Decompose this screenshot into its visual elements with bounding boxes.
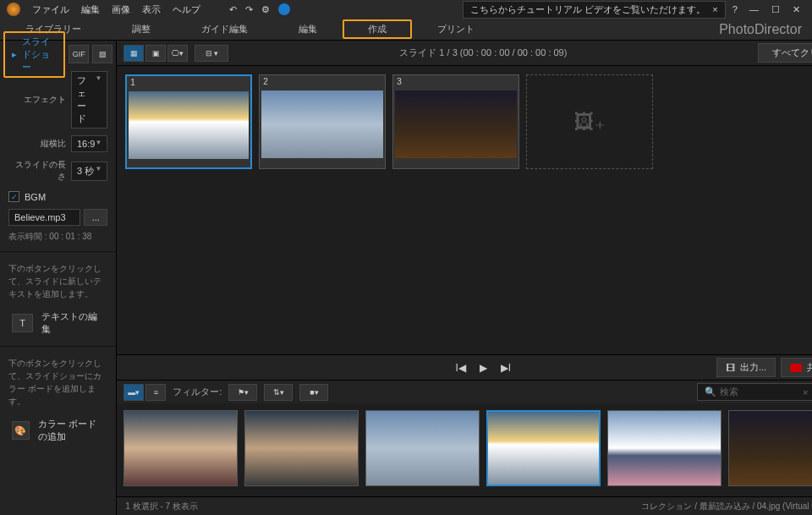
output-button[interactable]: 🎞 出力... — [716, 358, 776, 377]
color-help: 下のボタンをクリックして、スライドショーにカラー ボードを追加します。 — [0, 352, 116, 413]
label-filter-button[interactable]: ■▾ — [299, 384, 328, 401]
tab-edit[interactable]: 編集 — [273, 19, 343, 39]
view-grid-button[interactable]: ▦ — [123, 45, 144, 62]
tutorial-text: こちらからチュートリアル ビデオをご覧いただけます。 — [470, 3, 705, 16]
search-icon: 🔍 — [705, 386, 716, 397]
menu-file[interactable]: ファイル — [32, 3, 69, 16]
film-thumb[interactable] — [728, 410, 812, 486]
flag-filter-button[interactable]: ⚑▾ — [228, 384, 257, 401]
notification-icon[interactable] — [278, 3, 290, 15]
slide-number: 2 — [263, 77, 268, 86]
thumb-large-button[interactable]: ▬▾ — [123, 384, 144, 401]
share-button[interactable]: 共有... — [781, 358, 812, 377]
status-selection: 1 枚選択 - 7 枚表示 — [125, 501, 198, 512]
tab-guided[interactable]: ガイド編集 — [176, 19, 273, 39]
palette-icon: 🎨 — [12, 421, 30, 440]
prev-button[interactable]: I◀ — [456, 362, 466, 374]
redo-icon[interactable]: ↷ — [245, 4, 253, 15]
slide-thumb[interactable]: 1 — [125, 74, 252, 169]
play-button[interactable]: ▶ — [480, 362, 487, 374]
slide-number: 3 — [397, 77, 402, 86]
duration-label: 表示時間 : 00 : 01 : 38 — [0, 227, 116, 246]
maximize-icon[interactable]: ☐ — [766, 4, 785, 14]
effect-label: エフェクト — [8, 94, 66, 106]
undo-icon[interactable]: ↶ — [229, 4, 237, 15]
add-colorboard-button[interactable]: 🎨 カラー ボードの追加 — [0, 413, 116, 448]
bgm-checkbox[interactable]: ✓ — [8, 191, 19, 202]
slide-counter: スライド 1 / 3 (00 : 00 : 00 / 00 : 00 : 09) — [399, 47, 567, 59]
add-colorboard-label: カラー ボードの追加 — [38, 418, 105, 443]
zoom-button[interactable]: ⊟ ▾ — [195, 45, 228, 62]
slide-thumb[interactable]: 2 — [259, 74, 386, 169]
film-thumb[interactable] — [486, 410, 601, 486]
tutorial-close-icon[interactable]: × — [712, 4, 717, 14]
tab-adjust[interactable]: 調整 — [107, 19, 176, 39]
ratio-select[interactable]: 16:9 — [71, 135, 107, 152]
tab-create[interactable]: 作成 — [343, 19, 412, 39]
bgm-label: BGM — [25, 192, 46, 202]
motion-button[interactable]: ▧ — [92, 45, 112, 63]
add-slide-placeholder[interactable]: 🖼₊ — [526, 74, 653, 169]
effect-select[interactable]: フェード — [71, 71, 107, 129]
search-input[interactable]: 🔍 検索 × — [697, 383, 812, 401]
next-button[interactable]: ▶I — [501, 362, 511, 374]
length-select[interactable]: 3 秒 — [71, 162, 107, 181]
filter-label: フィルター: — [173, 386, 222, 398]
rating-filter-button[interactable]: ⇅▾ — [264, 384, 293, 401]
image-placeholder-icon: 🖼₊ — [574, 110, 606, 134]
menu-edit[interactable]: 編集 — [81, 3, 100, 16]
slide-thumb[interactable]: 3 — [392, 74, 519, 169]
length-label: スライドの長さ — [8, 159, 66, 183]
view-screen-button[interactable]: 🖵▾ — [167, 45, 188, 62]
bgm-filename[interactable]: Believe.mp3 — [8, 209, 80, 226]
minimize-icon[interactable]: — — [744, 4, 764, 14]
film-thumb[interactable] — [244, 410, 359, 486]
gif-button[interactable]: GIF — [69, 45, 89, 63]
menu-image[interactable]: 画像 — [112, 3, 130, 16]
close-icon[interactable]: ✕ — [787, 4, 805, 14]
status-path: コレクション / 最新読み込み / 04.jpg (Virtual Copy 1… — [641, 501, 812, 512]
edit-text-button[interactable]: T テキストの編集 — [0, 305, 116, 341]
film-thumb[interactable] — [365, 410, 480, 486]
play-icon: ▸ — [12, 49, 17, 60]
menu-help[interactable]: ヘルプ — [173, 3, 200, 16]
edit-text-label: テキストの編集 — [41, 310, 104, 336]
youtube-icon — [790, 364, 802, 372]
film-thumb[interactable] — [607, 410, 721, 486]
help-icon[interactable]: ? — [732, 4, 738, 14]
ratio-label: 縦横比 — [8, 138, 66, 150]
view-single-button[interactable]: ▣ — [145, 45, 166, 62]
slide-image — [129, 91, 249, 159]
slide-number: 1 — [130, 78, 135, 87]
brand-label: PhotoDirector — [719, 22, 812, 37]
gear-icon[interactable]: ⚙ — [261, 4, 270, 15]
film-thumb[interactable] — [123, 410, 238, 486]
thumb-list-button[interactable]: ≡ — [145, 384, 166, 401]
bgm-browse-button[interactable]: ... — [84, 209, 107, 226]
tutorial-banner[interactable]: こちらからチュートリアル ビデオをご覧いただけます。 × — [463, 1, 726, 19]
app-logo-icon — [7, 3, 20, 16]
text-help: 下のボタンをクリックして、スライドに新しいテキストを追加します。 — [0, 257, 116, 305]
clear-search-icon[interactable]: × — [803, 387, 808, 397]
menu-view[interactable]: 表示 — [142, 3, 161, 16]
tab-print[interactable]: プリント — [412, 19, 500, 39]
slide-image — [261, 90, 383, 158]
film-icon: 🎞 — [726, 363, 735, 373]
clear-all-button[interactable]: すべてクリア — [758, 43, 812, 63]
slide-image — [395, 90, 517, 158]
text-icon: T — [12, 314, 33, 332]
